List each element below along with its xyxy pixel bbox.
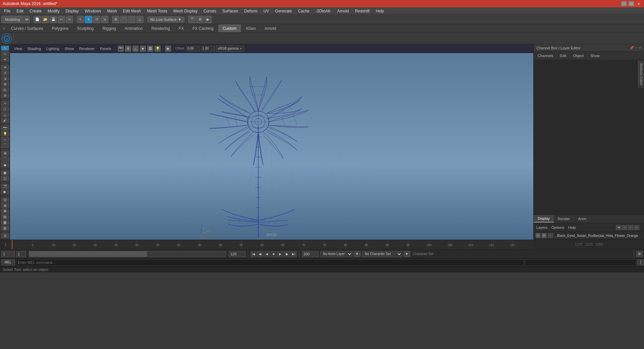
renderer-menu[interactable]: Renderer [77, 46, 97, 51]
quick-layout-button[interactable]: ⊡ [1, 233, 9, 238]
tab-curves-surfaces[interactable]: Curves / Surfaces [7, 25, 47, 32]
layer-p-toggle[interactable]: P [542, 233, 546, 238]
poly-tool-button[interactable]: △ [1, 112, 9, 117]
vp-light-btn[interactable]: 💡 [155, 46, 161, 52]
tab-rendering[interactable]: Rendering [147, 25, 174, 32]
stop-btn[interactable]: ■ [271, 251, 277, 257]
go-to-end-btn[interactable]: ▶| [291, 251, 297, 257]
tab-fx-caching[interactable]: FX Caching [189, 25, 218, 32]
tab-sculpting[interactable]: Sculpting [73, 25, 98, 32]
menu-edit[interactable]: Edit [14, 8, 26, 14]
snap-grid-button[interactable]: ⊞ [112, 16, 119, 23]
layer-name[interactable]: ...Black_Eyed_Susan_Rudbeckia_Hirta_Flow… [554, 234, 642, 238]
offset-input[interactable]: 0.00 [186, 46, 200, 51]
select-tool-button[interactable]: ↖ [77, 16, 84, 23]
show-tab[interactable]: Show [589, 53, 601, 58]
lasso-tool-button[interactable]: ⊂ [1, 51, 9, 56]
joint-button[interactable]: ○ [1, 137, 9, 142]
icon-grid-3[interactable]: ⊠ [1, 209, 9, 214]
edit-tab[interactable]: Edit [558, 53, 568, 58]
character-set-dropdown[interactable]: No Character Set [362, 251, 402, 257]
layer-prev-btn[interactable]: ◀ [616, 225, 621, 230]
settings-btn[interactable]: ⚙ [636, 251, 643, 257]
lighting-menu[interactable]: Lighting [44, 46, 61, 51]
snap-point-button[interactable]: · [128, 16, 136, 23]
shelf-options-icon[interactable]: ≡ [3, 26, 5, 31]
snap-surface-button[interactable]: △ [136, 16, 144, 23]
timeline[interactable]: 1 [0, 240, 644, 249]
minimize-button[interactable]: ─ [621, 1, 627, 6]
scale-tool-button[interactable]: ⇲ [101, 16, 108, 23]
menu-redshift[interactable]: Redshift [352, 8, 372, 14]
icon-grid-5[interactable]: ▦ [1, 220, 9, 225]
vp-wireframe-btn[interactable]: △ [132, 46, 139, 52]
tab-custom[interactable]: Custom [218, 24, 241, 32]
layer-fwd-btn[interactable]: ▷ [634, 225, 639, 230]
curve-tool-button[interactable]: ∿ [1, 101, 9, 106]
vp-isolate-btn[interactable]: ◉ [165, 46, 171, 52]
camera-button[interactable]: 📷 [1, 126, 9, 131]
menu-arnold[interactable]: Arnold [334, 8, 352, 14]
viewport-canvas[interactable]: y x z persp [10, 53, 533, 240]
timeline-ruler[interactable]: 5 10 15 20 25 30 35 40 45 50 55 60 65 70… [12, 240, 533, 249]
snap-curve-lt-button[interactable]: ⌒ [1, 156, 9, 162]
layers-menu[interactable]: Layers [536, 226, 547, 230]
menu-mesh[interactable]: Mesh [104, 8, 119, 14]
panel-minimize-btn[interactable]: ─ [635, 46, 637, 50]
menu-deform[interactable]: Deform [241, 8, 260, 14]
render-lt-button[interactable]: 🎬 [1, 184, 9, 189]
attribute-editor-side-tab[interactable]: Attribute Editor [638, 60, 644, 88]
vp-camera-btn[interactable]: 📷 [118, 46, 124, 52]
anim-layer-options-btn[interactable]: ▼ [354, 251, 361, 257]
container-button[interactable]: ▣ [1, 170, 9, 176]
gamma-value-input[interactable]: 1.00 [201, 46, 215, 51]
anim-tab[interactable]: Anim [574, 215, 590, 222]
icon-grid-1[interactable]: ⊟ [1, 197, 9, 202]
current-frame-input[interactable]: 1 [16, 251, 26, 257]
soft-mod-button[interactable]: ◎ [1, 87, 9, 92]
surface-tool-button[interactable]: ⬡ [1, 106, 9, 111]
universal-tool-button[interactable]: ⊕ [1, 82, 9, 87]
vp-solid-btn[interactable]: ■ [140, 46, 146, 52]
character-set-options-btn[interactable]: ▼ [404, 251, 410, 257]
step-back-btn[interactable]: ◀| [257, 251, 263, 257]
maximize-button[interactable]: □ [629, 1, 634, 6]
asset-button[interactable]: ◫ [1, 176, 9, 181]
render-button[interactable]: 🎬 [188, 16, 196, 23]
menu-3dtoall[interactable]: -3DtoAll- [313, 8, 334, 14]
play-back-btn[interactable]: ◀ [264, 251, 270, 257]
menu-generate[interactable]: Generate [272, 8, 294, 14]
panels-menu[interactable]: Panels [98, 46, 113, 51]
range-slider[interactable] [29, 251, 226, 257]
menu-mesh-display[interactable]: Mesh Display [171, 8, 200, 14]
panel-pin-btn[interactable]: 📌 [630, 46, 634, 50]
snap-grid-lt-button[interactable]: ⊞ [1, 151, 9, 156]
rotate-tool-lt-button[interactable]: ↺ [1, 70, 9, 76]
show-manip-button[interactable]: ⊘ [1, 93, 9, 98]
mode-dropdown[interactable]: Modeling Rigging Animation FX Rendering [1, 16, 30, 23]
help-menu[interactable]: Help [568, 226, 576, 230]
ipr-lt-button[interactable]: ▶ [1, 190, 9, 195]
menu-help[interactable]: Help [373, 8, 387, 14]
display-tab[interactable]: Display [534, 215, 554, 222]
start-frame-input[interactable]: 1 [1, 251, 15, 257]
menu-display[interactable]: Display [63, 8, 81, 14]
select-tool-lt-button[interactable]: ↖ [1, 46, 9, 51]
tab-fx[interactable]: FX [175, 25, 188, 32]
move-tool-lt-button[interactable]: ✛ [1, 65, 9, 70]
menu-modify[interactable]: Modify [45, 8, 62, 14]
menu-edit-mesh[interactable]: Edit Mesh [120, 8, 144, 14]
range-end-input[interactable]: 200 [302, 251, 319, 257]
scale-tool-lt-button[interactable]: ⇲ [1, 76, 9, 81]
paint-select-button[interactable]: ✏ [1, 57, 9, 62]
light-button[interactable]: 💡 [1, 131, 9, 136]
command-input-area[interactable] [16, 259, 524, 265]
script-editor-btn[interactable]: ⎧ [637, 259, 644, 265]
save-scene-button[interactable]: 💾 [50, 16, 57, 23]
undo-button[interactable]: ↩ [58, 16, 65, 23]
new-scene-button[interactable]: 📄 [34, 16, 41, 23]
options-menu[interactable]: Options [551, 226, 564, 230]
tab-arnold[interactable]: Arnold [261, 25, 280, 32]
menu-windows[interactable]: Windows [82, 8, 104, 14]
menu-uv[interactable]: UV [261, 8, 272, 14]
